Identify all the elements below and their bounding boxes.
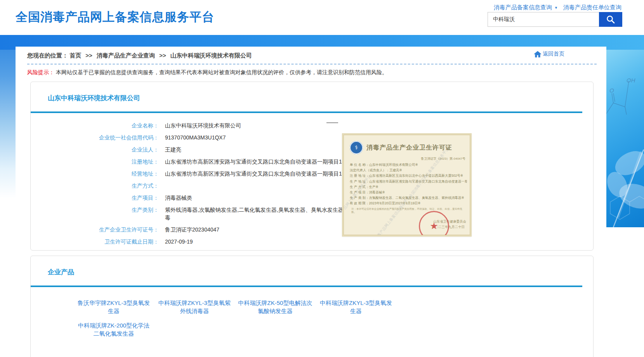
nav-link-record-info-label: 消毒产品备案信息查询 <box>494 4 552 11</box>
chemistry-molecule-graphic: O OH <box>606 35 644 227</box>
certificate-line: 生 产 方 式：生产※ <box>350 184 467 190</box>
back-home-link[interactable]: 返回首页 <box>534 51 564 57</box>
field-value: 2027-09-19 <box>165 238 373 246</box>
breadcrumb-separator: >> <box>85 52 92 59</box>
field-value: 消毒器械类 <box>165 194 373 202</box>
background-left-decoration <box>0 35 16 198</box>
field-value: 山东中科瑞沃环境技术有限公司 <box>165 122 373 129</box>
content-container: 您现在的位置： 首页 >> 消毒产品生产企业查询 >> 山东中科瑞沃环境技术有限… <box>16 47 606 357</box>
health-emblem-icon: ⚕ <box>350 141 363 154</box>
breadcrumb-current: 山东中科瑞沃环境技术有限公司 <box>170 52 252 59</box>
field-row-legal-person: 企业法人： 王建亮 <box>31 143 593 155</box>
field-value: 王建亮 <box>165 146 373 153</box>
back-home-label: 返回首页 <box>543 51 564 57</box>
breadcrumb-home[interactable]: 首页 <box>69 52 81 59</box>
certificate-line: 生 产 类 别：次氯酸钠发生器、二氧化氯发生器、臭氧发生器、紫外线消毒器※ <box>350 195 467 200</box>
card-title-rule <box>31 286 582 287</box>
nav-link-record-info-query[interactable]: 消毒产品备案信息查询 ▼ <box>494 4 558 11</box>
certificate-title: 消毒产品生产企业卫生许可证 <box>366 144 452 152</box>
dashed-divider <box>27 64 597 64</box>
field-value: 鲁卫消证字202304047 <box>165 226 373 233</box>
certificate-number: 鲁卫消证字（2023）第-04047号 <box>344 157 465 161</box>
certificate-line: 单 位 名 称：山东中科瑞沃环境技术有限公司※ <box>350 162 467 167</box>
field-row-credit-code: 企业统一社会信用代码： 91370700MA3M3U1QX7 <box>31 131 593 143</box>
field-label: 生产方式： <box>31 182 159 190</box>
product-link[interactable]: 鲁沃华宇牌ZKYL-3型臭氧发生器 <box>73 299 154 315</box>
search-button[interactable] <box>599 12 622 27</box>
certificate-line: 生 产 项 目：消毒器械※ <box>350 190 467 195</box>
site-header: 全国消毒产品网上备案信息服务平台 消毒产品备案信息查询 ▼ 消毒产品责任单位查询 <box>0 0 644 35</box>
company-card: 山东中科瑞沃环境技术有限公司 企业名称： 山东中科瑞沃环境技术有限公司 企业统一… <box>30 82 594 251</box>
breadcrumb-company-query[interactable]: 消毒产品生产企业查询 <box>97 52 155 59</box>
home-icon <box>534 51 542 57</box>
field-value <box>165 182 373 190</box>
scan-dash-artifact <box>326 122 338 123</box>
field-label: 经营地址： <box>31 170 159 178</box>
field-row-license-number: 生产企业卫生许可证号： 鲁卫消证字202304047 <box>31 223 593 235</box>
background-right-decoration: O OH <box>606 35 644 227</box>
seal-star: ★ <box>430 221 438 232</box>
certificate-line: 注 册 地 址：山东省潍坊高新区玉清东街以北中心次干道以西高新大厦502号※ <box>350 173 467 178</box>
certificate-line: 生 产 地 址：山东省潍坊市高新区潍安路与宝通街交叉路口东北角自动变速器一期项目… <box>350 179 467 184</box>
product-link[interactable]: 中科瑞沃牌ZKYL-3型臭氧紫外线消毒器 <box>154 299 235 315</box>
certificate-fine-print: 注：本许可证仅对本企业核准的生产项目和生产类别有效，不得涂改、转让、出租、出借，… <box>351 207 465 214</box>
nav-link-responsible-unit-query[interactable]: 消毒产品责任单位查询 <box>563 4 621 11</box>
field-label: 企业名称： <box>31 122 159 129</box>
risk-notice: 风险提示： 本网站仅基于已掌握的信息提供查询服务，查询结果不代表本网站对被查询对… <box>27 68 387 76</box>
breadcrumb-prefix: 您现在的位置： <box>27 52 68 59</box>
field-value: 91370700MA3M3U1QX7 <box>165 134 373 141</box>
breadcrumb-separator: >> <box>159 52 166 59</box>
field-row-business-address: 经营地址： 山东省潍坊市高新区潍安路与宝通街交叉路口东北角自动变速器一期项目1#… <box>31 167 593 179</box>
field-label: 注册地址： <box>31 158 159 165</box>
field-row-production-method: 生产方式： <box>31 179 593 192</box>
field-row-production-category: 生产类别： 紫外线消毒器,次氯酸钠发生器,二氧化氯发生器,臭氧发生器、臭氧水发生… <box>31 204 593 223</box>
hygiene-license-certificate-image: 全国消毒产品网上备案信息服务平台 全国消毒产品网上备案信息服务平台 全国消毒产品… <box>342 133 472 237</box>
red-seal-icon: ★ <box>419 211 449 237</box>
chevron-down-icon: ▼ <box>554 6 558 10</box>
field-label: 卫生许可证截止日期： <box>31 238 159 246</box>
field-label: 企业统一社会信用代码： <box>31 134 159 141</box>
field-value: 山东省潍坊市高新区潍安路与宝通街交叉路口东北角自动变速器一期项目1#厂房 <box>165 170 373 178</box>
products-card: 企业产品 鲁沃华宇牌ZKYL-3型臭氧发生器 中科瑞沃牌ZKYL-3型臭氧紫外线… <box>30 256 594 357</box>
site-title: 全国消毒产品网上备案信息服务平台 <box>16 9 214 25</box>
field-row-production-project: 生产项目： 消毒器械类 <box>31 192 593 204</box>
field-label: 企业法人： <box>31 146 159 153</box>
search-input[interactable] <box>488 12 599 27</box>
company-card-title: 山东中科瑞沃环境技术有限公司 <box>48 94 593 103</box>
search-box <box>488 12 622 27</box>
certificate-line: 有 效 期 限：2023年9月20日至2027年9月19日※ <box>350 200 467 206</box>
company-fields: 企业名称： 山东中科瑞沃环境技术有限公司 企业统一社会信用代码： 9137070… <box>31 119 593 247</box>
field-value: 紫外线消毒器,次氯酸钠发生器,二氧化氯发生器,臭氧发生器、臭氧水发生器,其他器械… <box>165 206 373 221</box>
product-link[interactable]: 中科瑞沃牌ZK-200型化学法二氧化氯发生器 <box>73 321 154 338</box>
field-row-license-expiry: 卫生许可证截止日期： 2027-09-19 <box>31 235 593 247</box>
product-link[interactable]: 中科瑞沃牌ZK-50型电解法次氯酸钠发生器 <box>235 299 316 315</box>
field-label: 生产项目： <box>31 194 159 202</box>
field-value: 山东省潍坊市高新区潍安路与宝通街交叉路口东北角自动变速器一期项目1#厂房 <box>165 158 373 165</box>
risk-notice-text: 本网站仅基于已掌握的信息提供查询服务，查询结果不代表本网站对被查询对象信用状况的… <box>56 69 387 75</box>
card-title-rule <box>31 111 582 113</box>
svg-text:OH: OH <box>627 77 635 84</box>
field-row-company-name: 企业名称： 山东中科瑞沃环境技术有限公司 <box>31 119 593 131</box>
field-label: 生产企业卫生许可证号： <box>31 226 159 233</box>
top-nav: 消毒产品备案信息查询 ▼ 消毒产品责任单位查询 <box>494 4 621 11</box>
svg-text:O: O <box>609 87 614 94</box>
product-link[interactable]: 中科瑞沃牌ZKYL-3型臭氧发生器 <box>316 299 396 315</box>
products-card-title: 企业产品 <box>48 268 593 277</box>
risk-notice-label: 风险提示： <box>27 69 54 75</box>
product-grid: 鲁沃华宇牌ZKYL-3型臭氧发生器 中科瑞沃牌ZKYL-3型臭氧紫外线消毒器 中… <box>73 299 593 338</box>
certificate-line: 法定代表人（或负责人）：王建亮※ <box>350 167 467 173</box>
field-row-registered-address: 注册地址： 山东省潍坊市高新区潍安路与宝通街交叉路口东北角自动变速器一期项目1#… <box>31 155 593 167</box>
field-label: 生产类别： <box>31 206 159 221</box>
certificate-header: ⚕ 消毒产品生产企业卫生许可证 <box>350 141 465 154</box>
search-icon <box>606 14 616 24</box>
breadcrumb: 您现在的位置： 首页 >> 消毒产品生产企业查询 >> 山东中科瑞沃环境技术有限… <box>27 52 252 59</box>
